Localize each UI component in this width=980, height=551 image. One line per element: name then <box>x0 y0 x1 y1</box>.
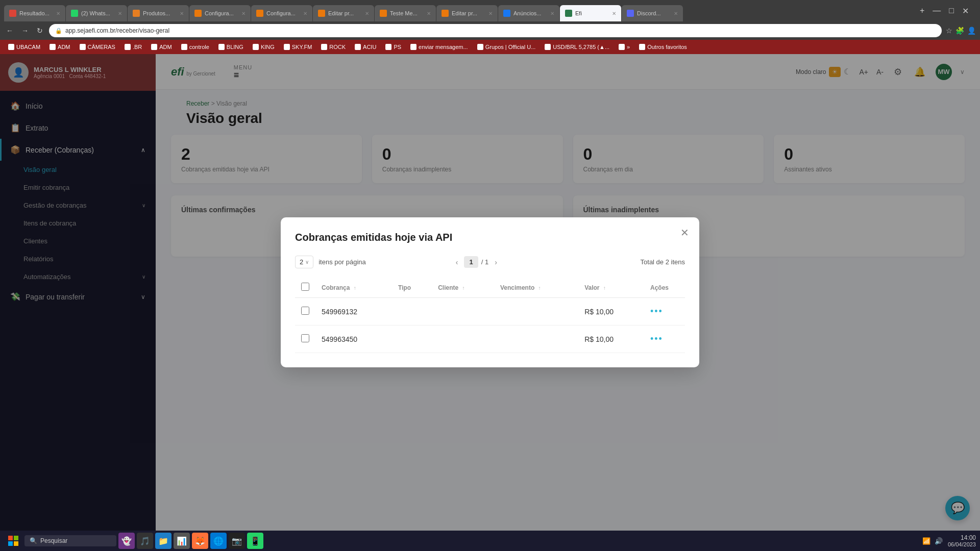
dialog-title: Cobranças emitidas hoje via API <box>295 232 685 243</box>
reload-button[interactable]: ↻ <box>35 26 45 36</box>
table-header: Cobrança ↑ Tipo Cliente ↑ Vencimento ↑ <box>295 278 685 298</box>
bookmark-1[interactable]: ADM <box>45 43 74 51</box>
bookmark-5[interactable]: controle <box>177 43 213 51</box>
search-placeholder: Pesquisar <box>40 537 67 544</box>
bookmark-2[interactable]: CÂMERAS <box>76 43 119 51</box>
prev-page-button[interactable]: ‹ <box>453 257 461 267</box>
network-icon: 📶 <box>922 537 930 545</box>
pagination-controls: ‹ 1 / 1 › <box>453 256 500 268</box>
actions-dots-button[interactable]: ••• <box>650 334 663 344</box>
bookmark-7[interactable]: KING <box>249 43 279 51</box>
row-vencimento-1 <box>494 325 578 353</box>
taskbar-app-firefox[interactable]: 🦊 <box>192 533 208 549</box>
taskbar: 🔍 Pesquisar 👻 🎵 📁 📊 🦊 🌐 📷 📱 📶 🔊 14:00 06… <box>0 531 980 551</box>
address-bar-row: ← → ↻ 🔒 app.sejaefi.com.br/receber/visao… <box>0 21 980 40</box>
close-button[interactable]: ✕ <box>959 6 972 16</box>
next-page-button[interactable]: › <box>492 257 500 267</box>
sort-icon: ↑ <box>354 285 356 291</box>
bookmark-15[interactable]: » <box>615 43 634 51</box>
bookmark-4[interactable]: ADM <box>147 43 176 51</box>
select-all-checkbox[interactable] <box>301 283 309 291</box>
maximize-button[interactable]: □ <box>946 6 957 15</box>
address-text: app.sejaefi.com.br/receber/visao-geral <box>65 27 169 34</box>
bookmark-12[interactable]: enviar mensagem... <box>406 43 472 51</box>
taskbar-app-ghost[interactable]: 👻 <box>118 533 135 549</box>
bookmark-16[interactable]: Outros favoritos <box>635 43 691 51</box>
tab-2[interactable]: Produtos...✕ <box>128 5 189 21</box>
row-checkbox-1[interactable] <box>301 334 309 342</box>
page-separator: / 1 <box>481 258 488 266</box>
start-button[interactable] <box>4 533 22 549</box>
sort-icon: ↑ <box>603 285 606 291</box>
taskbar-sys-icons: 📶 🔊 <box>922 537 943 545</box>
new-tab-button[interactable]: + <box>917 6 927 15</box>
address-bar-actions: ☆ 🧩 👤 <box>946 27 976 35</box>
bookmark-10[interactable]: ACIU <box>351 43 380 51</box>
row-cliente-0 <box>432 298 494 325</box>
row-cobranca-1: 549963450 <box>315 325 392 353</box>
actions-dots-button[interactable]: ••• <box>650 306 663 316</box>
per-page-value: 2 <box>300 258 303 266</box>
row-checkbox-cell <box>295 298 315 325</box>
taskbar-right: 📶 🔊 14:00 06/04/2023 <box>922 534 976 547</box>
table-row: 549963450 R$ 10,00 ••• <box>295 325 685 353</box>
forward-button[interactable]: → <box>19 26 31 36</box>
tab-10[interactable]: Discord...✕ <box>622 5 683 21</box>
taskbar-app-edge[interactable]: 🌐 <box>210 533 227 549</box>
back-button[interactable]: ← <box>4 26 15 36</box>
taskbar-app-icons: 👻 🎵 📁 📊 🦊 🌐 📷 📱 <box>118 533 263 549</box>
tab-3[interactable]: Configura...✕ <box>189 5 251 21</box>
taskbar-app-explorer[interactable]: 📁 <box>155 533 172 549</box>
col-tipo: Tipo <box>392 278 432 298</box>
row-cobranca-0: 549969132 <box>315 298 392 325</box>
col-cliente: Cliente ↑ <box>432 278 494 298</box>
tab-4[interactable]: Configura...✕ <box>251 5 312 21</box>
taskbar-app-camera[interactable]: 📷 <box>229 533 245 549</box>
date: 06/04/2023 <box>948 541 976 547</box>
bookmark-11[interactable]: PS <box>381 43 405 51</box>
total-items: Total de 2 itens <box>641 258 685 266</box>
taskbar-app-music[interactable]: 🎵 <box>137 533 153 549</box>
profile-button[interactable]: 👤 <box>967 27 976 35</box>
svg-rect-0 <box>8 536 13 540</box>
search-icon: 🔍 <box>30 537 37 544</box>
taskbar-time: 14:00 06/04/2023 <box>948 534 976 547</box>
row-checkbox-0[interactable] <box>301 307 309 315</box>
address-bar[interactable]: 🔒 app.sejaefi.com.br/receber/visao-geral <box>49 24 942 37</box>
row-tipo-1 <box>392 325 432 353</box>
taskbar-search-bar[interactable]: 🔍 Pesquisar <box>24 535 116 546</box>
row-actions-0[interactable]: ••• <box>644 298 685 325</box>
extensions-button[interactable]: 🧩 <box>955 27 964 35</box>
bookmark-8[interactable]: SKY.FM <box>280 43 316 51</box>
bookmark-14[interactable]: USD/BRL 5,2785 (▲... <box>541 43 614 51</box>
per-page-select[interactable]: 2 ∨ <box>295 256 313 268</box>
svg-rect-3 <box>14 541 18 546</box>
col-valor: Valor ↑ <box>578 278 644 298</box>
current-page[interactable]: 1 <box>464 256 478 268</box>
tab-8[interactable]: Anúncios...✕ <box>498 5 559 21</box>
minimize-button[interactable]: — <box>929 6 944 15</box>
bookmark-3[interactable]: .BR <box>120 43 146 51</box>
bookmark-9[interactable]: ROCK <box>317 43 350 51</box>
tab-0[interactable]: Resultado...✕ <box>4 5 65 21</box>
row-actions-1[interactable]: ••• <box>644 325 685 353</box>
dialog-close-button[interactable]: ✕ <box>680 228 689 238</box>
bookmark-13[interactable]: Grupos | Official U... <box>473 43 540 51</box>
tab-1[interactable]: (2) Whats...✕ <box>66 5 127 21</box>
row-vencimento-0 <box>494 298 578 325</box>
pagination-row: 2 ∨ itens por página ‹ 1 / 1 › Total de … <box>295 256 685 268</box>
tab-7[interactable]: Editar pr...✕ <box>436 5 498 21</box>
tab-9[interactable]: Efi✕ <box>560 5 621 21</box>
bookmark-star[interactable]: ☆ <box>946 27 952 35</box>
taskbar-app-whatsapp[interactable]: 📱 <box>247 533 263 549</box>
volume-icon: 🔊 <box>935 537 943 545</box>
tab-6[interactable]: Teste Me...✕ <box>375 5 436 21</box>
per-page-dropdown-icon: ∨ <box>305 259 309 265</box>
browser-tabs: Resultado...✕(2) Whats...✕Produtos...✕Co… <box>4 0 915 21</box>
bookmark-0[interactable]: UBACAM <box>4 43 44 51</box>
svg-rect-1 <box>14 536 18 540</box>
bookmark-6[interactable]: BLING <box>214 43 248 51</box>
taskbar-app-bar[interactable]: 📊 <box>174 533 190 549</box>
select-all-header <box>295 278 315 298</box>
tab-5[interactable]: Editar pr...✕ <box>313 5 374 21</box>
